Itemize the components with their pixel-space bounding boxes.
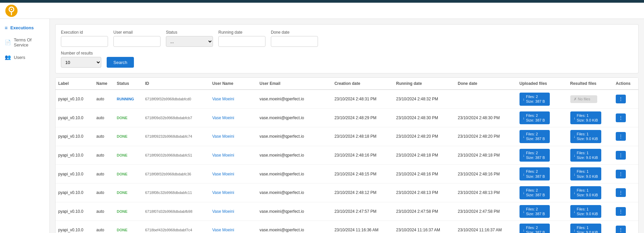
col-done: Done date — [455, 78, 517, 90]
upload-download-btn[interactable]: ↓ Files: 2Size: 387 B — [520, 167, 550, 180]
status-group: Status ... RUNNING DONE ERROR — [166, 30, 213, 47]
user-email-input[interactable] — [113, 36, 160, 47]
actions-more-btn[interactable]: ⋮ — [616, 95, 626, 103]
cell-name: auto — [94, 108, 114, 127]
upload-download-btn[interactable]: ↓ Files: 2Size: 387 B — [520, 93, 550, 106]
table-row: pyapi_v0.10.0 auto DONE 6718f09d32b9968d… — [56, 108, 638, 127]
actions-more-btn[interactable]: ⋮ — [616, 226, 626, 233]
cell-useremail: vase.moeini@qperfect.io — [257, 127, 332, 146]
actions-more-btn[interactable]: ⋮ — [616, 207, 626, 216]
execution-id-group: Execution id — [61, 30, 108, 47]
col-resulted: Resulted files — [568, 78, 613, 90]
cell-uploaded: ↓ Files: 2Size: 387 B — [517, 183, 568, 202]
cell-label: pyapi_v0.10.0 — [56, 165, 94, 184]
cell-creation: 23/10/2024 2:48:29 PM — [332, 108, 393, 127]
cell-resulted: ↓ Files: 1Size: 9.0 KiB — [568, 202, 613, 221]
cell-label: pyapi_v0.10.0 — [56, 127, 94, 146]
col-running: Running date — [393, 78, 455, 90]
cell-running: 23/10/2024 2:48:13 PM — [393, 183, 455, 202]
done-date-input[interactable] — [271, 36, 318, 47]
sidebar-item-users[interactable]: 👥 Users — [0, 51, 49, 64]
cell-status: DONE — [114, 221, 142, 233]
upload-download-btn[interactable]: ↓ Files: 2Size: 387 B — [520, 149, 550, 162]
running-date-group: Running date — [218, 30, 265, 47]
search-button[interactable]: Search — [107, 57, 134, 68]
cell-label: pyapi_v0.10.0 — [56, 90, 94, 108]
cell-name: auto — [94, 90, 114, 108]
cell-actions: ⋮ — [613, 90, 638, 108]
cell-done: 23/10/2024 2:47:58 PM — [455, 202, 517, 221]
cell-useremail: vase.moeini@qperfect.io — [257, 202, 332, 221]
cell-running: 23/10/2024 2:48:20 PM — [393, 127, 455, 146]
actions-more-btn[interactable]: ⋮ — [616, 132, 626, 141]
cell-resulted: ↓ Files: 1Size: 9.0 KiB — [568, 146, 613, 165]
upload-download-btn[interactable]: ↓ Files: 2Size: 387 B — [520, 205, 550, 218]
sidebar-item-terms[interactable]: 📄 Terms Of Service — [0, 34, 49, 51]
col-creation: Creation date — [332, 78, 393, 90]
cell-id: 6718f09d32b9968dbdabfcb7 — [142, 108, 210, 127]
cell-useremail: vase.moeini@qperfect.io — [257, 108, 332, 127]
upload-download-btn[interactable]: ↓ Files: 2Size: 387 B — [520, 130, 550, 143]
results-label: Number of results — [61, 51, 101, 56]
sidebar-item-executions-label: Executions — [10, 25, 34, 30]
result-download-btn[interactable]: ↓ Files: 1Size: 9.0 KiB — [570, 130, 601, 143]
cell-uploaded: ↓ Files: 2Size: 387 B — [517, 90, 568, 108]
cell-resulted: ↓ Files: 1Size: 9.0 KiB — [568, 183, 613, 202]
table-row: pyapi_v0.10.0 auto DONE 6718f08c32b9968d… — [56, 183, 638, 202]
cell-actions: ⋮ — [613, 127, 638, 146]
cell-username: Vase Moeini — [210, 146, 257, 165]
execution-id-input[interactable] — [61, 36, 108, 47]
running-date-label: Running date — [218, 30, 265, 35]
actions-more-btn[interactable]: ⋮ — [616, 188, 626, 197]
sidebar-item-executions[interactable]: ≡ Executions — [0, 22, 49, 34]
cell-useremail: vase.moeini@qperfect.io — [257, 165, 332, 184]
cell-username: Vase Moeini — [210, 127, 257, 146]
cell-actions: ⋮ — [613, 146, 638, 165]
result-download-btn[interactable]: ↓ Files: 1Size: 9.0 KiB — [570, 149, 601, 162]
cell-done: 23/10/2024 2:48:18 PM — [455, 146, 517, 165]
actions-more-btn[interactable]: ⋮ — [616, 113, 626, 122]
cell-username: Vase Moeini — [210, 183, 257, 202]
actions-more-btn[interactable]: ⋮ — [616, 170, 626, 178]
results-select[interactable]: 10 25 50 100 — [61, 57, 101, 68]
cell-username: Vase Moeini — [210, 90, 257, 108]
cell-uploaded: ↓ Files: 2Size: 387 B — [517, 127, 568, 146]
cell-status: DONE — [114, 165, 142, 184]
status-select[interactable]: ... RUNNING DONE ERROR — [166, 36, 213, 47]
execution-id-label: Execution id — [61, 30, 108, 35]
sidebar-item-terms-label: Terms Of Service — [14, 37, 45, 47]
cell-status: DONE — [114, 146, 142, 165]
col-status: Status — [114, 78, 142, 90]
result-download-btn[interactable]: ↓ Files: 1Size: 9.0 KiB — [570, 186, 601, 199]
actions-more-btn[interactable]: ⋮ — [616, 151, 626, 160]
upload-download-btn[interactable]: ↓ Files: 2Size: 387 B — [520, 224, 550, 233]
cell-name: auto — [94, 202, 114, 221]
running-date-input[interactable] — [218, 36, 265, 47]
cell-creation: 23/10/2024 2:48:31 PM — [332, 90, 393, 108]
cell-username: Vase Moeini — [210, 165, 257, 184]
cell-running: 23/10/2024 2:48:18 PM — [393, 146, 455, 165]
user-email-label: User email — [113, 30, 160, 35]
upload-download-btn[interactable]: ↓ Files: 2Size: 387 B — [520, 111, 550, 125]
result-download-btn[interactable]: ↓ Files: 1Size: 9.0 KiB — [570, 111, 601, 125]
app-logo — [5, 5, 17, 17]
cell-done: 23/10/2024 11:16:37 AM — [455, 221, 517, 233]
cell-label: pyapi_v0.10.0 — [56, 202, 94, 221]
cell-status: DONE — [114, 127, 142, 146]
result-download-btn[interactable]: ↓ Files: 1Size: 9.0 KiB — [570, 224, 601, 233]
col-useremail: User Email — [257, 78, 332, 90]
app-header — [0, 3, 644, 19]
cell-resulted: ✗ No files — [568, 90, 613, 108]
cell-resulted: ↓ Files: 1Size: 9.0 KiB — [568, 108, 613, 127]
executions-table: Label Name Status ID User Name User Emai… — [55, 77, 639, 233]
done-date-label: Done date — [271, 30, 318, 35]
table-row: pyapi_v0.10.0 auto RUNNING 6718f09f32b99… — [56, 90, 638, 108]
upload-download-btn[interactable]: ↓ Files: 2Size: 387 B — [520, 186, 550, 199]
cell-id: 6718f09f32b9968dbdabfcd0 — [142, 90, 210, 108]
cell-id: 6718f07d32b9968dbdabfb98 — [142, 202, 210, 221]
result-download-btn[interactable]: ↓ Files: 1Size: 9.0 KiB — [570, 167, 601, 180]
cell-status: DONE — [114, 202, 142, 221]
cell-label: pyapi_v0.10.0 — [56, 146, 94, 165]
cell-uploaded: ↓ Files: 2Size: 387 B — [517, 165, 568, 184]
result-download-btn[interactable]: ↓ Files: 1Size: 9.0 KiB — [570, 205, 601, 218]
